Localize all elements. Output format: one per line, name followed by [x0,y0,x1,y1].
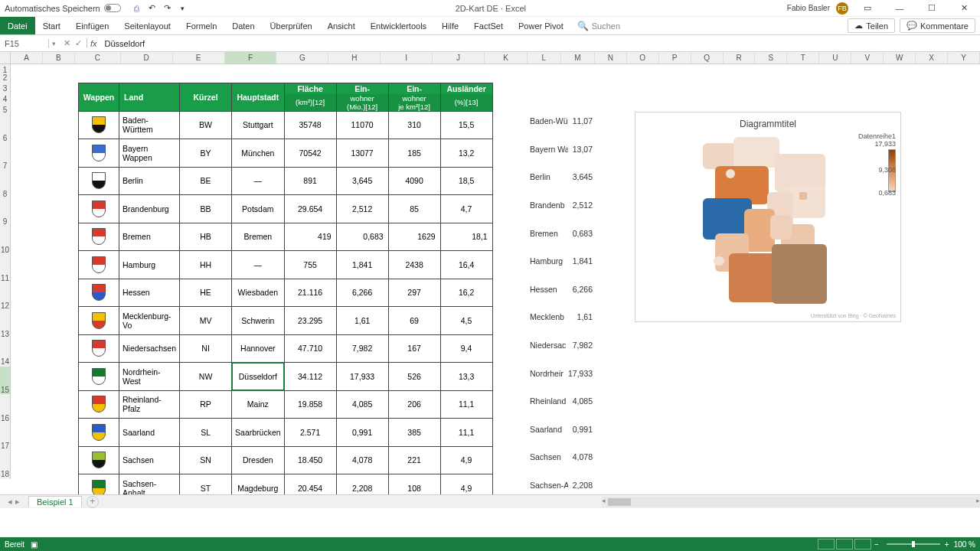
tab-überprüfen[interactable]: Überprüfen [263,17,320,34]
col-I[interactable]: I [381,52,433,64]
row-2[interactable]: 2 [0,75,10,83]
fx-icon[interactable]: fx [87,39,100,48]
zoom-level[interactable]: 100 % [954,540,975,549]
grid[interactable]: ABCDEFGHIJKLMNOPQRSTUVWXY 12345678910111… [0,52,980,522]
cancel-formula-icon[interactable]: ✕ [64,38,70,48]
tab-datei[interactable]: Datei [0,17,35,34]
col-C[interactable]: C [75,52,121,64]
col-S[interactable]: S [755,52,787,64]
row-17[interactable]: 17 [0,423,10,452]
enter-formula-icon[interactable]: ✓ [75,38,82,48]
col-J[interactable]: J [433,52,485,64]
col-M[interactable]: M [561,52,595,64]
table-row[interactable]: SaarlandSLSaarbrücken2.5710,99138511,1 [79,419,493,447]
h-scrollbar[interactable]: ◂▸ [602,497,980,507]
select-all-corner[interactable] [0,52,11,64]
row-12[interactable]: 12 [0,283,10,311]
tab-einfügen[interactable]: Einfügen [68,17,116,34]
col-Y[interactable]: Y [948,52,980,64]
autosave-toggle[interactable]: Automatisches Speichern [0,4,126,13]
row-4[interactable]: 4 [0,93,10,104]
ribbon-mode-icon[interactable]: ▭ [854,0,880,17]
col-F[interactable]: F [225,52,277,64]
sheet-nav[interactable]: ◂▸ [0,497,28,507]
col-L[interactable]: L [528,52,561,64]
col-T[interactable]: T [787,52,819,64]
maximize-button[interactable]: ☐ [919,0,945,17]
zoom-slider[interactable] [887,543,940,545]
table-row[interactable]: NiedersachsenNIHannover47.7107,9821679,4 [79,334,493,363]
row-16[interactable]: 16 [0,395,10,423]
tab-power pivot[interactable]: Power Pivot [511,17,571,34]
tell-me-search[interactable]: 🔍 Suchen [577,17,848,34]
col-D[interactable]: D [121,52,173,64]
zoom-in-icon[interactable]: + [945,540,949,549]
sheet-tab[interactable]: Beispiel 1 [28,496,82,507]
tab-ansicht[interactable]: Ansicht [320,17,363,34]
col-O[interactable]: O [627,52,659,64]
col-V[interactable]: V [851,52,884,64]
qat-dropdown-icon[interactable]: ▾ [178,3,188,14]
map-chart[interactable]: Diagrammtitel Datenreihe1 17,933 9,308 0… [635,112,901,322]
row-3[interactable]: 3 [0,83,10,93]
col-K[interactable]: K [485,52,528,64]
row-5[interactable]: 5 [0,104,10,115]
row-9[interactable]: 9 [0,199,10,227]
tab-start[interactable]: Start [35,17,68,34]
table-row[interactable]: Rheinland-PfalzRPMainz19.8584,08520611,1 [79,390,493,419]
col-B[interactable]: B [43,52,75,64]
table-row[interactable]: Mecklenburg-VoMVSchwerin23.2951,61694,5 [79,307,493,335]
table-row[interactable]: Baden-WürttemBWStuttgart357481107031015,… [79,111,493,139]
close-button[interactable]: ✕ [951,0,977,17]
row-13[interactable]: 13 [0,311,10,339]
col-E[interactable]: E [173,52,225,64]
tab-formeln[interactable]: Formeln [178,17,224,34]
col-Q[interactable]: Q [691,52,724,64]
table-row[interactable]: HessenHEWiesbaden21.1166,26629716,2 [79,279,493,307]
table-row[interactable]: BrandenburgBBPotsdam29.6542,512854,7 [79,195,493,223]
row-18[interactable]: 18 [0,451,10,479]
data-table[interactable]: Wappen Land Kürzel Hauptstadt Fläche Ein… [78,83,493,503]
row-6[interactable]: 6 [0,115,10,143]
tab-hilfe[interactable]: Hilfe [434,17,466,34]
avatar[interactable]: FB [836,2,848,15]
namebox-dropdown-icon[interactable]: ▾ [49,40,59,47]
row-11[interactable]: 11 [0,255,10,283]
view-buttons[interactable] [818,539,871,549]
record-macro-icon[interactable]: ▣ [31,540,38,549]
zoom-out-icon[interactable]: − [874,540,879,549]
row-headers[interactable]: 123456789101112131415161718 [0,64,11,479]
row-10[interactable]: 10 [0,227,10,255]
name-box[interactable]: F15 [0,39,49,48]
row-14[interactable]: 14 [0,339,10,367]
table-row[interactable]: Bayern WappenBYMünchen705421307718513,2 [79,139,493,168]
table-row[interactable]: BerlinBE—8913,645409018,5 [79,167,493,195]
row-15[interactable]: 15 [0,367,10,395]
col-W[interactable]: W [884,52,916,64]
row-8[interactable]: 8 [0,171,10,199]
table-row[interactable]: HamburgHH—7551,841243816,4 [79,251,493,279]
table-row[interactable]: Nordrhein-WestNWDüsseldorf34.11217,93352… [79,363,493,391]
add-sheet-button[interactable]: + [87,496,99,508]
share-button[interactable]: ☁Teilen [848,18,895,33]
col-R[interactable]: R [724,52,756,64]
row-7[interactable]: 7 [0,143,10,171]
col-U[interactable]: U [819,52,851,64]
undo-icon[interactable]: ↶ [147,3,158,14]
col-G[interactable]: G [276,52,328,64]
table-row[interactable]: SachsenSNDresden18.4504,0782214,9 [79,446,493,474]
col-H[interactable]: H [328,52,381,64]
table-row[interactable]: BremenHBBremen4190,683162918,1 [79,223,493,251]
col-A[interactable]: A [11,52,43,64]
tab-daten[interactable]: Daten [224,17,262,34]
redo-icon[interactable]: ↷ [162,3,173,14]
comments-button[interactable]: 💬Kommentare [900,18,975,33]
col-P[interactable]: P [659,52,691,64]
col-X[interactable]: X [916,52,948,64]
formula-input[interactable]: Düsseldorf [100,39,980,48]
column-headers[interactable]: ABCDEFGHIJKLMNOPQRSTUVWXY [11,52,980,64]
col-N[interactable]: N [595,52,627,64]
tab-entwicklertools[interactable]: Entwicklertools [363,17,434,34]
save-icon[interactable]: ⎙ [132,3,142,14]
minimize-button[interactable]: — [887,0,913,17]
